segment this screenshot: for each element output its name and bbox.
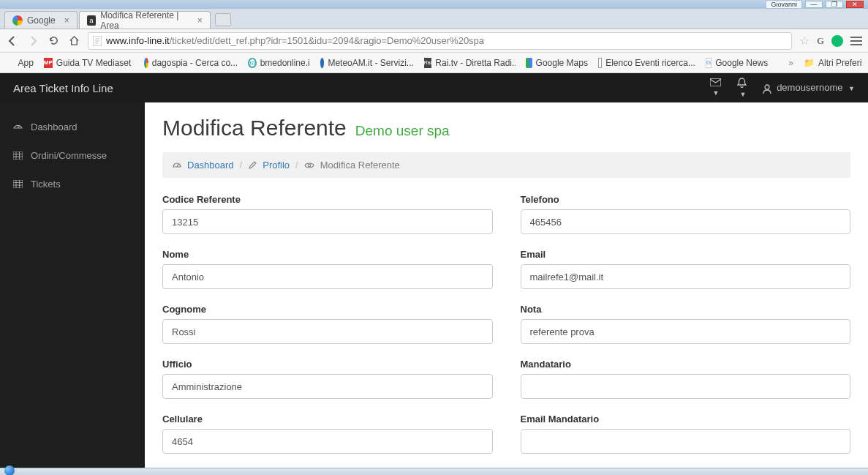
tab-close-icon[interactable]: × (64, 15, 69, 26)
input-email[interactable] (521, 264, 851, 289)
tab-close-icon[interactable]: × (197, 15, 203, 26)
page-title: Modifica Referente Demo user spa (162, 116, 850, 141)
page-title-main: Modifica Referente (162, 116, 347, 141)
input-telefono[interactable] (521, 209, 851, 234)
label-nota: Nota (521, 304, 851, 315)
sidebar-item-tickets[interactable]: Tickets (0, 170, 145, 198)
apps-shortcut[interactable]: App (6, 58, 34, 68)
site-favicon: a (87, 15, 96, 26)
caret-down-icon: ▼ (713, 89, 720, 97)
bookmark-item[interactable]: dagospia - Cerca co... (144, 58, 238, 68)
label-cellulare: Cellulare (162, 414, 493, 424)
apps-label: App (18, 58, 34, 68)
extension-icon[interactable] (831, 35, 843, 47)
breadcrumb-current: Modifica Referente (320, 160, 400, 171)
user-dropdown[interactable]: demousernome ▼ (763, 82, 856, 93)
edit-form: Codice Referente Nome Cognome Ufficio Ce… (162, 194, 850, 468)
user-name: demousernome (777, 82, 842, 93)
forward-arrow-icon (27, 35, 39, 47)
input-nome[interactable] (162, 264, 493, 289)
browser-tab-strip: Google × a Modifica Referente | Area × (0, 9, 868, 29)
sidebar-item-dashboard[interactable]: Dashboard (0, 113, 145, 141)
label-cognome: Cognome (162, 304, 493, 315)
favicon-icon: m (248, 58, 257, 68)
start-button-icon[interactable] (4, 465, 15, 476)
favicon-icon (320, 58, 325, 68)
bookmark-item[interactable]: Elenco Eventi ricerca... (598, 58, 695, 68)
page-info-icon[interactable] (93, 36, 102, 46)
bookmark-item[interactable]: MPGuida TV Mediaset .. (44, 58, 134, 68)
forward-button[interactable] (26, 34, 39, 48)
bookmark-star-icon[interactable]: ☆ (799, 34, 809, 48)
os-close[interactable]: ✕ (846, 1, 864, 8)
url-bar[interactable]: www.info-line.it/ticket/edit/dett_ref.ph… (88, 32, 792, 50)
other-bookmarks[interactable]: 📁Altri Preferiti (804, 58, 862, 68)
breadcrumb: Dashboard / Profilo / Modifica Referente (162, 152, 850, 178)
caret-down-icon: ▼ (848, 85, 855, 92)
g-extension-icon[interactable]: G (817, 35, 824, 47)
breadcrumb-dashboard[interactable]: Dashboard (187, 160, 234, 171)
sidebar: Dashboard Ordini/Commesse Tickets (0, 102, 145, 468)
reload-button[interactable] (47, 34, 60, 48)
label-email: Email (521, 249, 851, 260)
page-title-sub: Demo user spa (355, 123, 450, 139)
os-minimize[interactable]: — (805, 1, 823, 8)
favicon-icon: MP (44, 58, 53, 68)
app-main: Dashboard Ordini/Commesse Tickets Modifi… (0, 102, 868, 468)
back-button[interactable] (6, 34, 19, 48)
bookmark-bar: App MPGuida TV Mediaset .. dagospia - Ce… (0, 53, 868, 73)
home-icon (69, 35, 80, 46)
favicon-icon (144, 58, 148, 68)
os-maximize[interactable]: ❐ (826, 1, 843, 8)
input-ufficio[interactable] (162, 374, 493, 399)
new-tab-button[interactable] (215, 13, 231, 26)
label-ufficio: Ufficio (162, 359, 493, 370)
label-codice: Codice Referente (162, 194, 493, 205)
favicon-icon (526, 58, 532, 68)
envelope-icon (710, 78, 721, 86)
tab-label: Google (27, 15, 56, 26)
label-telefono: Telefono (521, 194, 851, 205)
input-codice[interactable] (162, 209, 493, 234)
bookmark-overflow[interactable]: » (788, 58, 793, 68)
input-cellulare[interactable] (162, 429, 493, 454)
browser-nav-bar: www.info-line.it/ticket/edit/dett_ref.ph… (0, 29, 868, 53)
dashboard-icon (173, 161, 181, 170)
app-navbar: Area Ticket Info Line ▼ ▼ demousernome ▼ (0, 73, 868, 102)
input-mandatario[interactable] (521, 374, 851, 399)
edit-icon (248, 161, 257, 170)
label-email-mandatario: Email Mandatario (521, 414, 851, 424)
breadcrumb-profilo[interactable]: Profilo (263, 160, 290, 171)
bookmark-item[interactable]: mbmedonline.it (248, 58, 310, 68)
input-email-mandatario[interactable] (521, 429, 851, 454)
browser-menu-button[interactable] (850, 37, 862, 45)
mail-dropdown[interactable]: ▼ (710, 78, 721, 97)
os-user: Giovanni (766, 0, 802, 9)
bookmark-item[interactable]: MeteoAM.it - Servizi... (320, 58, 414, 68)
app-brand[interactable]: Area Ticket Info Line (13, 82, 113, 94)
browser-tab-active[interactable]: a Modifica Referente | Area × (79, 11, 211, 29)
input-cognome[interactable] (162, 319, 493, 344)
input-nota[interactable] (521, 319, 851, 344)
back-arrow-icon (7, 35, 18, 47)
form-column-right: Telefono Email Nota Mandatario Email Man… (521, 194, 851, 468)
favicon-icon: Rai (424, 58, 432, 68)
dashboard-icon (13, 122, 23, 132)
browser-tab-google[interactable]: Google × (4, 11, 78, 29)
sidebar-label: Dashboard (31, 121, 78, 132)
form-column-left: Codice Referente Nome Cognome Ufficio Ce… (162, 194, 493, 468)
svg-point-16 (308, 164, 311, 167)
url-domain: www.info-line.it (106, 35, 170, 46)
notifications-dropdown[interactable]: ▼ (737, 78, 747, 99)
bookmark-item[interactable]: RaiRai.tv - Diretta Radi... (424, 58, 516, 68)
home-button[interactable] (67, 34, 80, 48)
os-taskbar[interactable] (0, 468, 868, 475)
grid-icon (13, 152, 23, 160)
caret-down-icon: ▼ (740, 91, 747, 98)
sidebar-item-ordini[interactable]: Ordini/Commesse (0, 141, 145, 170)
folder-icon: 📁 (804, 58, 815, 68)
os-titlebar: Giovanni — ❐ ✕ (0, 0, 868, 9)
bookmark-item[interactable]: GGoogle News (706, 58, 768, 68)
svg-point-5 (765, 85, 769, 89)
bookmark-item[interactable]: Google Maps (526, 58, 588, 68)
